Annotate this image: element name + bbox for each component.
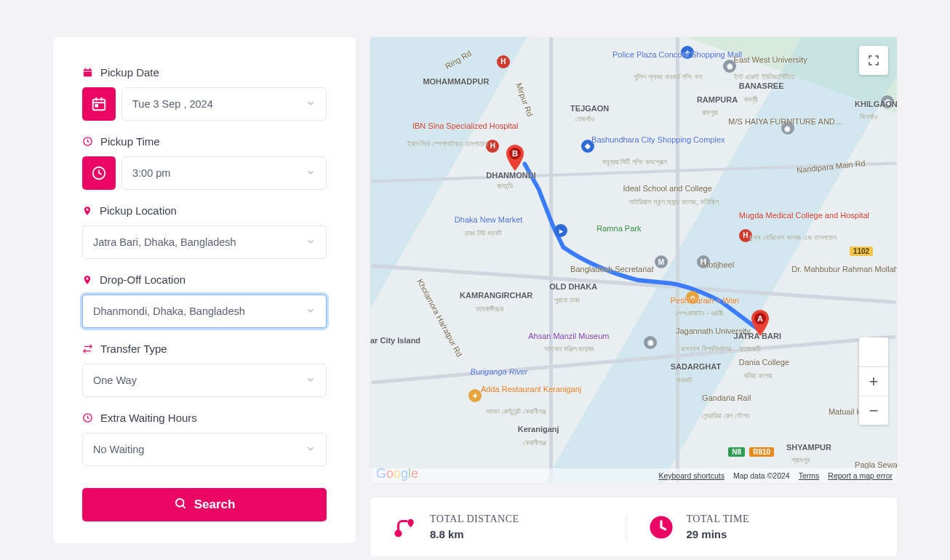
map-label: ইবনে সিনা স্পেশালাইজড হাসপাতাল — [407, 140, 487, 148]
extra-waiting-label: Extra Waiting Hours — [100, 412, 197, 424]
pickup-date-input[interactable]: Tue 3 Sep , 2024 — [121, 87, 327, 121]
map-panel: A B H ✦ ◉ H ◆ ▸ M M ✦ ◉ H ✦ ◉ ◉ N8 R810 … — [370, 36, 898, 557]
route-icon — [392, 515, 417, 540]
svg-text:A: A — [757, 314, 763, 323]
chevron-down-icon — [306, 167, 316, 180]
svg-rect-9 — [95, 105, 97, 107]
route-polyline — [370, 37, 897, 483]
map-label: Bangladesh Secretariat — [570, 265, 653, 273]
map-label: East West University — [734, 55, 807, 64]
chevron-down-icon — [306, 375, 316, 387]
svg-point-15 — [176, 499, 184, 507]
pegman-placeholder[interactable] — [859, 337, 888, 367]
map-label: পুলিশ প্লাজা কনকর্ড শপিং মল — [634, 73, 702, 81]
map-label: Buriganga River — [471, 367, 528, 376]
extra-waiting-value: No Waiting — [93, 444, 144, 455]
transfer-type-value: One Way — [93, 375, 137, 386]
map-label: Adda Restaurant Keraniganj — [481, 385, 581, 393]
zoom-out-button[interactable]: − — [859, 396, 888, 425]
road-tag: N8 — [728, 447, 745, 457]
map-label: KAMRANGIRCHAR — [460, 291, 532, 300]
fullscreen-button[interactable] — [859, 46, 888, 75]
map-label: কামরাঙ্গীরচর — [476, 305, 503, 313]
extra-waiting-input[interactable]: No Waiting — [82, 433, 327, 466]
chevron-down-icon — [306, 444, 316, 456]
dropoff-location-field: Drop-Off Location Dhanmondi, Dhaka, Bang… — [82, 273, 327, 328]
pickup-time-value: 3:00 pm — [132, 167, 170, 179]
clock-icon-box — [82, 156, 116, 190]
pickup-location-input[interactable]: Jatra Bari, Dhaka, Bangladesh — [82, 225, 327, 259]
map-label: জগন্নাথ বিশ্ববিদ্যালয় — [681, 345, 731, 353]
map-label: BANASREE — [739, 81, 784, 90]
zoom-control: + − — [859, 337, 888, 425]
road-tag: R810 — [749, 447, 774, 457]
svg-point-21 — [396, 530, 401, 535]
clock-fill-icon — [649, 515, 674, 540]
map-attribution: Keyboard shortcuts Map data ©2024 Terms … — [370, 468, 897, 483]
map-label: তেজগাঁও — [575, 115, 594, 124]
map-label: TEJGAON — [570, 104, 609, 113]
map-label: Dania College — [739, 358, 789, 367]
map[interactable]: A B H ✦ ◉ H ◆ ▸ M M ✦ ◉ H ✦ ◉ ◉ N8 R810 … — [370, 36, 898, 484]
transfer-type-input[interactable]: One Way — [82, 364, 327, 397]
calendar-icon-box — [82, 87, 116, 121]
dropoff-location-input[interactable]: Dhanmondi, Dhaka, Bangladesh — [82, 295, 327, 328]
map-label: Mugda Medical College and Hospital — [739, 211, 869, 220]
keyboard-shortcuts-link[interactable]: Keyboard shortcuts — [658, 471, 724, 480]
svg-point-22 — [410, 521, 412, 523]
poi-hospital-icon: H — [497, 55, 510, 68]
map-label: দনিয়া কলেজ — [744, 372, 773, 380]
total-time-stat: TOTAL TIME 29 mins — [642, 513, 883, 540]
report-error-link[interactable]: Report a map error — [828, 471, 893, 480]
map-label: মুগদা মেডিকেল কলেজ এবং হাসপাতাল — [749, 233, 837, 242]
map-label: RAMPURA — [697, 95, 738, 104]
map-label: শ্যামপুর — [791, 456, 810, 465]
terms-link[interactable]: Terms — [799, 471, 820, 480]
map-label: ইস্ট ওয়েস্ট ইউনিভার্সিটিতে — [734, 73, 795, 81]
map-label: OLD DHAKA — [549, 282, 597, 291]
map-label: PeshWarain ~ Wari — [671, 296, 739, 305]
map-label: ধানমন্ডি — [497, 182, 513, 191]
transfer-type-field: Transfer Type One Way — [82, 343, 327, 397]
map-label: Ramna Park — [596, 224, 641, 233]
map-label: Dr. Mahbubur Rahman Mollah College — [791, 265, 898, 273]
zoom-in-button[interactable]: + — [859, 367, 888, 396]
map-label: MOHAMMADPUR — [423, 77, 489, 86]
svg-rect-3 — [89, 68, 90, 70]
distance-value: 8.8 km — [430, 528, 519, 540]
pin-icon — [82, 206, 92, 216]
total-distance-stat: TOTAL DISTANCE 8.8 km — [385, 513, 627, 540]
road-tag: 1102 — [850, 247, 873, 256]
map-label: আহসান মঞ্জিল জাদুঘর — [544, 345, 594, 353]
calendar-icon — [82, 67, 93, 78]
search-button-label: Search — [194, 497, 236, 512]
clock-icon — [82, 136, 93, 147]
clock-icon — [82, 412, 93, 423]
svg-rect-5 — [93, 100, 105, 111]
pickup-time-label: Pickup Time — [100, 135, 160, 148]
svg-text:B: B — [512, 149, 518, 158]
map-label: Ahsan Manzil Museum — [528, 332, 609, 340]
pickup-location-field: Pickup Location Jatra Bari, Dhaka, Bangl… — [82, 204, 327, 259]
map-label: বনশ্রী — [744, 95, 758, 104]
map-label: খিলগাঁও — [860, 113, 877, 121]
app-container: Pickup Date Tue 3 Sep , 2024 — [0, 36, 950, 557]
map-label: M/S HAIYA FURNITURE AND… — [728, 117, 842, 126]
map-label: Ideal School and College — [623, 184, 712, 193]
map-label: Dhaka New Market — [455, 215, 523, 224]
svg-rect-4 — [84, 71, 92, 72]
pickup-location-label: Pickup Location — [100, 204, 177, 217]
map-label: KHILGAON — [855, 100, 898, 108]
transfer-type-label: Transfer Type — [100, 343, 167, 355]
svg-rect-2 — [85, 68, 86, 70]
map-label: রামপুরা — [702, 108, 718, 117]
swap-icon — [82, 343, 93, 354]
pickup-date-label: Pickup Date — [100, 66, 159, 79]
map-label: Motijheel — [702, 260, 734, 269]
pickup-time-input[interactable]: 3:00 pm — [121, 156, 327, 190]
map-label: Gandaria Rail — [702, 393, 751, 402]
map-label: সদরঘাট — [676, 376, 692, 385]
pin-icon — [82, 275, 92, 285]
search-button[interactable]: Search — [82, 488, 327, 521]
marker-b[interactable]: B — [506, 145, 524, 171]
